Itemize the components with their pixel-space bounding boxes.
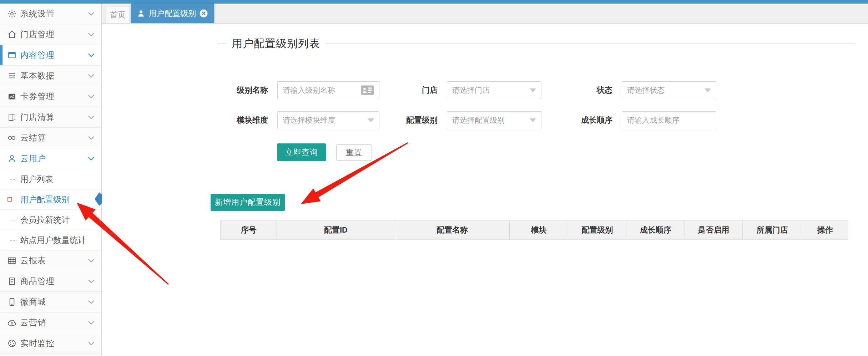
config-level-placeholder: 请选择配置级别 — [452, 115, 527, 125]
sidebar-item-label: 基本数据 — [20, 70, 55, 81]
sidebar-item-label: 实时监控 — [20, 338, 55, 349]
user-icon — [6, 153, 17, 164]
level-name-label: 级别名称 — [207, 81, 268, 99]
main-area: 首页用户配置级别 用户配置级别列表 级别名称门店请选择门店状态请选择状态模块维度… — [102, 4, 868, 356]
chevron-down-icon — [88, 115, 95, 119]
search-button[interactable]: 立即查询 — [277, 143, 326, 161]
home-icon — [6, 29, 17, 40]
store-label: 门店 — [377, 81, 438, 99]
sidebar-item-cloud-settlement[interactable]: 云结算 — [0, 128, 101, 148]
sidebar-subitem-label: 用户列表 — [20, 174, 53, 185]
leader-dots — [10, 240, 16, 241]
chevron-down-icon — [88, 341, 95, 346]
page-title: 用户配置级别列表 — [227, 36, 325, 51]
close-tab-icon[interactable] — [200, 9, 208, 17]
growth-order-field[interactable] — [627, 116, 711, 124]
level-name-field[interactable] — [283, 86, 359, 95]
id-card-icon — [361, 85, 374, 95]
status-placeholder: 请选择状态 — [627, 85, 702, 95]
chevron-down-icon — [88, 53, 95, 57]
level-name-input[interactable] — [277, 81, 379, 99]
column-header-serial-number: 序号 — [221, 220, 277, 239]
tab-home[interactable]: 首页 — [106, 6, 130, 23]
sidebar-subitem-label: 会员拉新统计 — [20, 214, 70, 225]
sidebar-subitem-member-acquisition-stats[interactable]: 会员拉新统计 — [0, 210, 101, 230]
dropdown-caret-icon — [530, 118, 536, 122]
app-layout: 系统设置门店管理内容管理基本数据卡券管理门店清算云结算云用户用户列表用户配置级别… — [0, 4, 868, 356]
sidebar-subitem-user-config-level[interactable]: 用户配置级别 — [0, 189, 101, 210]
column-header-config-name: 配置名称 — [395, 220, 510, 239]
store-select[interactable]: 请选择门店 — [447, 81, 541, 99]
column-header-config-id: 配置ID — [277, 220, 395, 239]
table-header-row: 序号配置ID配置名称模块配置级别成长顺序是否启用所属门店操作 — [220, 220, 848, 240]
config-level-label: 配置级别 — [377, 111, 438, 129]
sidebar-item-cloud-marketing[interactable]: 云营销 — [0, 312, 101, 333]
sidebar-item-label: 内容管理 — [20, 50, 55, 61]
sidebar-item-cloud-report[interactable]: 云报表 — [0, 250, 101, 271]
store-icon — [6, 112, 17, 123]
chevron-down-icon — [88, 95, 95, 99]
status-label: 状态 — [552, 81, 612, 99]
content-panel: 用户配置级别列表 级别名称门店请选择门店状态请选择状态模块维度请选择模块维度配置… — [102, 24, 868, 356]
add-user-config-level-button[interactable]: 新增用户配置级别 — [211, 194, 285, 211]
sidebar-subitem-label: 站点用户数量统计 — [20, 235, 86, 246]
growth-order-label: 成长顺序 — [552, 111, 612, 129]
column-header-label: 配置ID — [324, 225, 348, 235]
chevron-down-icon — [88, 32, 95, 37]
sidebar-subitem-user-list[interactable]: 用户列表 — [0, 169, 101, 189]
cloud-up-icon — [6, 317, 17, 328]
chevron-down-icon — [88, 157, 95, 161]
store-placeholder: 请选择门店 — [452, 85, 527, 95]
sidebar-item-product-management[interactable]: 商品管理 — [0, 271, 101, 292]
sidebar-item-card-coupon-management[interactable]: 卡券管理 — [0, 86, 101, 107]
sidebar-item-label: 门店清算 — [20, 112, 55, 123]
leader-dots — [10, 179, 16, 180]
sidebar-item-cloud-user[interactable]: 云用户 — [0, 148, 101, 169]
column-header-label: 模块 — [531, 225, 547, 235]
sidebar-item-label: 云营销 — [20, 317, 46, 328]
dropdown-caret-icon — [530, 88, 536, 92]
chevron-down-icon — [88, 300, 95, 304]
sidebar-item-label: 系统设置 — [20, 8, 55, 19]
sidebar-item-realtime-monitor[interactable]: 实时监控 — [0, 333, 101, 354]
growth-order-input[interactable] — [622, 111, 716, 129]
sidebar-subitem-label: 用户配置级别 — [20, 194, 70, 205]
module-dimension-select[interactable]: 请选择模块维度 — [277, 111, 379, 129]
sidebar-item-label: 微商城 — [20, 296, 46, 307]
dropdown-caret-icon — [368, 118, 374, 122]
chevron-down-icon — [88, 12, 95, 16]
column-header-growth-order: 成长顺序 — [626, 220, 685, 239]
column-header-label: 配置名称 — [436, 225, 468, 235]
reset-button[interactable]: 重置 — [336, 144, 372, 161]
column-header-label: 成长顺序 — [640, 225, 671, 235]
sidebar-subitem-site-user-count-stats[interactable]: 站点用户数量统计 — [0, 230, 101, 250]
status-select[interactable]: 请选择状态 — [622, 81, 716, 99]
column-header-label: 操作 — [817, 225, 833, 235]
top-blue-bar — [0, 0, 868, 4]
window-icon — [6, 50, 17, 61]
sidebar-item-micro-mall[interactable]: 微商城 — [0, 292, 101, 312]
document-icon — [6, 276, 17, 287]
column-header-config-level: 配置级别 — [568, 220, 626, 239]
tab-user-config-level[interactable]: 用户配置级别 — [131, 4, 214, 23]
infinity-icon — [6, 133, 17, 143]
sidebar-item-label: 云报表 — [20, 255, 46, 266]
sidebar-item-basic-data[interactable]: 基本数据 — [0, 66, 101, 86]
active-item-marker-icon — [95, 192, 102, 207]
sidebar-item-label: 商品管理 — [20, 276, 55, 287]
chevron-down-icon — [88, 74, 95, 78]
chevron-down-icon — [88, 136, 95, 140]
column-header-label: 配置级别 — [581, 225, 613, 235]
column-header-module: 模块 — [510, 220, 568, 239]
sidebar-item-store-settlement[interactable]: 门店清算 — [0, 107, 101, 128]
chevron-down-icon — [88, 279, 95, 284]
sidebar-item-content-management[interactable]: 内容管理 — [0, 45, 101, 66]
sidebar-item-store-management[interactable]: 门店管理 — [0, 24, 101, 45]
sidebar: 系统设置门店管理内容管理基本数据卡券管理门店清算云结算云用户用户列表用户配置级别… — [0, 4, 102, 356]
sidebar-item-system-settings[interactable]: 系统设置 — [0, 4, 101, 24]
chevron-down-icon — [88, 321, 95, 325]
tab-bar: 首页用户配置级别 — [102, 4, 868, 24]
leader-dots — [10, 220, 16, 220]
sidebar-submenu-cloud-user: 用户列表用户配置级别会员拉新统计站点用户数量统计 — [0, 169, 101, 250]
config-level-select[interactable]: 请选择配置级别 — [447, 111, 541, 129]
